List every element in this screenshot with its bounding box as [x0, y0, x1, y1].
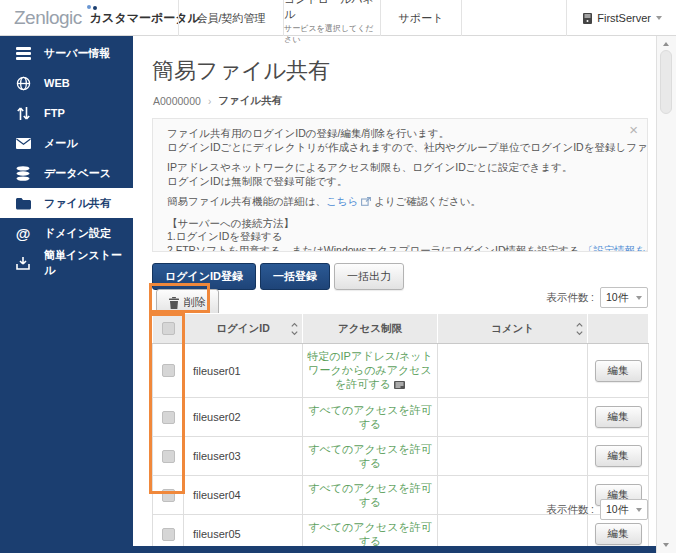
database-icon	[15, 165, 31, 181]
access-cell: すべてのアクセスを許可する	[303, 476, 438, 515]
sidebar-item-database[interactable]: データベース	[0, 158, 133, 188]
nav-member-contract[interactable]: 会員/契約管理	[178, 0, 283, 36]
info-text: 1.ログインIDを登録する	[167, 230, 633, 244]
host-icon	[583, 13, 592, 24]
sidebar-item-label: ドメイン設定	[44, 226, 111, 241]
sidebar-item-mail[interactable]: メール	[0, 128, 133, 158]
info-text: ログインIDは無制限で登録可能です。	[167, 175, 633, 189]
info-text: 簡易ファイル共有機能の詳細は、	[167, 195, 326, 207]
select-all-checkbox[interactable]	[162, 322, 175, 335]
nav-label: サポート	[399, 11, 444, 26]
chevron-down-icon	[636, 296, 642, 300]
login-id-cell: fileuser03	[184, 437, 303, 476]
sidebar: サーバー情報 WEB FTP メール データベース ファイル共有 @ ドメイン設…	[0, 36, 133, 553]
up-down-arrows-icon	[15, 105, 31, 121]
edit-button[interactable]: 編集	[595, 445, 642, 467]
login-id-cell: fileuser04	[184, 476, 303, 515]
page-size-control: 表示件数 : 10件	[546, 499, 648, 520]
access-cell: 特定のIPアドレス/ネットワークからのみアクセスを許可する	[303, 344, 438, 398]
login-id-register-button[interactable]: ログインID登録	[152, 263, 256, 290]
column-header-access: アクセス制限	[303, 314, 438, 344]
chevron-down-icon	[636, 508, 642, 512]
table-header-row: ログインID アクセス制限 コメント	[153, 314, 649, 344]
delete-button-label: 削除	[184, 295, 206, 310]
nav-control-panel[interactable]: コントロールパネル サービスを選択してください	[283, 0, 380, 36]
info-text: ログインIDごとにディレクトリが作成されますので、社内やグループ単位でログインI…	[167, 141, 633, 155]
column-header-actions	[588, 314, 649, 344]
info-panel: × ファイル共有用のログインIDの登録/編集/削除を行います。 ログインIDごと…	[152, 118, 648, 252]
comment-cell	[438, 398, 588, 437]
table-row: fileuser01 特定のIPアドレス/ネットワークからのみアクセスを許可する…	[153, 344, 649, 398]
nav-label: コントロールパネル	[284, 0, 380, 22]
bulk-export-button[interactable]: 一括出力	[334, 263, 404, 290]
account-menu[interactable]: FirstServer	[566, 0, 662, 36]
sidebar-item-label: メール	[44, 136, 78, 151]
sidebar-item-server-info[interactable]: サーバー情報	[0, 38, 133, 68]
sidebar-item-label: FTP	[44, 107, 65, 119]
row-checkbox[interactable]	[162, 489, 175, 502]
sidebar-item-file-sharing[interactable]: ファイル共有	[0, 188, 133, 218]
main-content: 簡易ファイル共有 A0000000 › ファイル共有 × ファイル共有用のログイ…	[133, 36, 656, 553]
info-text: 【サーバーへの接続方法】	[167, 217, 633, 231]
scrollbar-thumb[interactable]	[660, 50, 672, 114]
scroll-up-icon[interactable]	[663, 42, 669, 46]
row-checkbox[interactable]	[162, 411, 175, 424]
sidebar-item-label: データベース	[44, 166, 111, 181]
nav-support[interactable]: サポート	[380, 0, 462, 36]
page-size-control: 表示件数 : 10件	[546, 287, 648, 308]
page-size-select[interactable]: 10件	[600, 287, 648, 308]
info-text: IPアドレスやネットワークによるアクセス制限も、ログインIDごとに設定できます。	[167, 161, 633, 175]
breadcrumb-current: ファイル共有	[218, 94, 282, 108]
sidebar-item-web[interactable]: WEB	[0, 68, 133, 98]
comment-cell	[438, 437, 588, 476]
table-row: fileuser02 すべてのアクセスを許可する 編集	[153, 398, 649, 437]
breadcrumb: A0000000 › ファイル共有	[153, 94, 282, 108]
access-cell: すべてのアクセスを許可する	[303, 398, 438, 437]
edit-button[interactable]: 編集	[595, 360, 642, 382]
column-header-login-id: ログインID	[184, 314, 303, 344]
sidebar-item-label: サーバー情報	[44, 46, 111, 61]
account-name: FirstServer	[597, 12, 651, 24]
install-icon	[15, 255, 31, 271]
external-link-icon	[361, 196, 371, 210]
server-icon	[15, 45, 31, 61]
edit-button[interactable]: 編集	[595, 406, 642, 428]
page-size-value: 10件	[606, 291, 628, 305]
breadcrumb-account[interactable]: A0000000	[153, 95, 201, 107]
folder-icon	[15, 195, 31, 211]
config-info-link[interactable]: 〔設定情報を表示〕	[583, 244, 648, 253]
zenlogic-logo: Zenlogic カスタマーポータル	[14, 0, 200, 36]
edit-button[interactable]: 編集	[595, 523, 642, 545]
scrollbar[interactable]	[656, 36, 676, 553]
sidebar-item-label: ファイル共有	[44, 196, 111, 211]
bulk-register-button[interactable]: 一括登録	[260, 263, 330, 290]
breadcrumb-separator-icon: ›	[208, 96, 211, 107]
sort-icon[interactable]	[291, 322, 298, 335]
action-buttons: ログインID登録 一括登録 一括出力	[152, 263, 404, 290]
login-id-cell: fileuser01	[184, 344, 303, 398]
sidebar-item-label: 簡単インストール	[44, 248, 133, 278]
mail-icon	[15, 135, 31, 151]
sidebar-item-easy-install[interactable]: 簡単インストール	[0, 248, 133, 278]
chevron-down-icon	[656, 16, 662, 20]
info-text: よりご確認ください。	[374, 195, 481, 207]
info-text: 2.FTPソフトを用意する、またはWindowsエクスプローラにログインID情報…	[167, 244, 633, 253]
delete-button[interactable]: 削除	[156, 289, 219, 316]
ip-list-icon	[394, 378, 405, 392]
sidebar-item-ftp[interactable]: FTP	[0, 98, 133, 128]
row-checkbox[interactable]	[162, 450, 175, 463]
at-icon: @	[15, 225, 31, 241]
login-id-cell: fileuser02	[184, 398, 303, 437]
page-size-select[interactable]: 10件	[600, 499, 648, 520]
sidebar-item-domain-settings[interactable]: @ ドメイン設定	[0, 218, 133, 248]
globe-icon	[15, 75, 31, 91]
details-link[interactable]: こちら	[326, 195, 358, 207]
sidebar-item-label: WEB	[44, 77, 70, 89]
close-icon[interactable]: ×	[629, 122, 638, 137]
scroll-down-icon[interactable]	[663, 543, 669, 547]
page-size-value: 10件	[606, 503, 628, 517]
access-cell: すべてのアクセスを許可する	[303, 437, 438, 476]
row-checkbox[interactable]	[162, 528, 175, 541]
row-checkbox[interactable]	[162, 364, 175, 377]
sort-icon[interactable]	[576, 322, 583, 335]
